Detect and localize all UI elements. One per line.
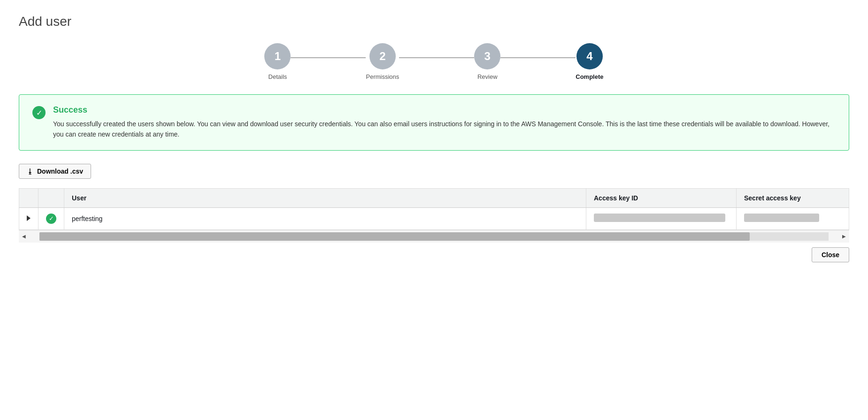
step-connector-1 <box>291 57 366 58</box>
step-label-2: Permissions <box>366 73 399 80</box>
col-header-secret-access-key: Secret access key <box>737 188 849 207</box>
expand-arrow-icon[interactable] <box>27 215 31 221</box>
credentials-table: User Access key ID Secret access key ✓ <box>19 188 849 230</box>
close-label: Close <box>822 251 839 259</box>
col-header-status <box>38 188 64 207</box>
row-secret-key-cell <box>737 207 849 229</box>
secret-key-masked <box>744 214 819 222</box>
step-connector-3 <box>500 57 576 58</box>
horizontal-scrollbar[interactable]: ◀ ▶ <box>19 230 849 243</box>
success-body: You successfully created the users shown… <box>53 119 836 140</box>
row-expand-cell[interactable] <box>19 207 38 229</box>
row-status-cell: ✓ <box>38 207 64 229</box>
table-row: ✓ perftesting <box>19 207 849 229</box>
scroll-right-arrow[interactable]: ▶ <box>839 234 849 239</box>
step-label-1: Details <box>269 73 287 80</box>
scroll-thumb[interactable] <box>39 232 750 241</box>
col-header-expand <box>19 188 38 207</box>
step-3: 3 Review <box>474 43 500 80</box>
step-label-4: Complete <box>576 73 603 80</box>
step-label-3: Review <box>477 73 498 80</box>
credentials-table-wrapper: User Access key ID Secret access key ✓ <box>19 188 849 230</box>
step-circle-3: 3 <box>474 43 500 69</box>
row-access-key-cell <box>586 207 737 229</box>
row-username-cell: perftesting <box>64 207 586 229</box>
success-banner: ✓ Success You successfully created the u… <box>19 94 849 151</box>
close-button[interactable]: Close <box>812 247 849 262</box>
step-circle-4: 4 <box>576 43 603 69</box>
col-header-access-key-id: Access key ID <box>586 188 737 207</box>
access-key-masked <box>594 214 725 222</box>
table-header-row: User Access key ID Secret access key <box>19 188 849 207</box>
username-value: perftesting <box>72 215 102 222</box>
scroll-track[interactable] <box>39 232 829 241</box>
download-csv-button[interactable]: ⭳ Download .csv <box>19 164 91 179</box>
step-circle-2: 2 <box>369 43 396 69</box>
stepper: 1 Details 2 Permissions 3 Review 4 Compl… <box>19 43 849 80</box>
success-title: Success <box>53 105 836 115</box>
success-content: Success You successfully created the use… <box>53 105 836 140</box>
download-icon: ⭳ <box>27 168 33 175</box>
col-header-user: User <box>64 188 586 207</box>
step-circle-1: 1 <box>264 43 291 69</box>
page-title: Add user <box>19 14 849 29</box>
step-2: 2 Permissions <box>366 43 399 80</box>
footer: Close <box>19 243 849 262</box>
download-csv-label: Download .csv <box>37 168 83 175</box>
step-1: 1 Details <box>264 43 291 80</box>
step-4: 4 Complete <box>576 43 603 80</box>
scroll-left-arrow[interactable]: ◀ <box>19 234 29 239</box>
success-checkmark-icon: ✓ <box>32 106 46 119</box>
step-connector-2 <box>399 57 474 58</box>
row-success-icon: ✓ <box>46 214 56 224</box>
